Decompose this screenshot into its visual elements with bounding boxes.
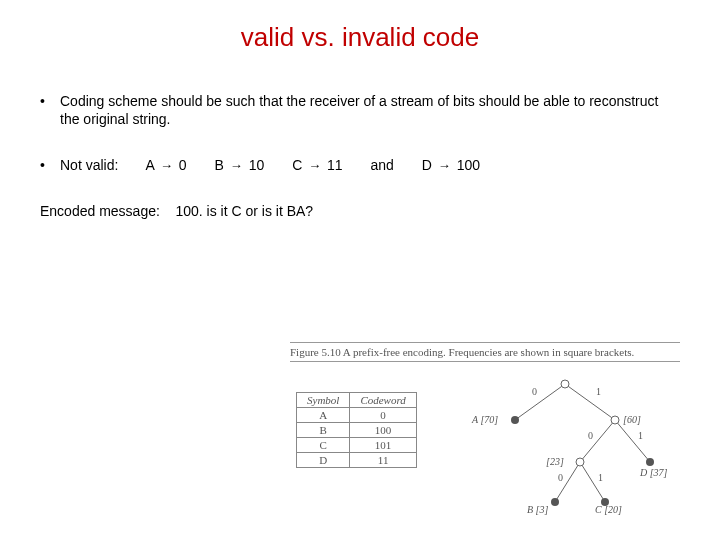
svg-point-7 (511, 416, 519, 424)
mapping-d: D → 100 (422, 157, 480, 173)
bullet-intro: Coding scheme should be such that the re… (40, 93, 680, 129)
codeword-table: Symbol Codeword A0 B100 C101 D11 (296, 392, 417, 468)
leaf-label-d: D [37] (640, 467, 668, 478)
leaf-label-c: C [20] (595, 504, 622, 515)
arrow-icon: → (436, 158, 453, 175)
encoded-message-line: Encoded message: 100. is it C or is it B… (40, 203, 680, 219)
svg-point-6 (561, 380, 569, 388)
bullet-not-valid: Not valid: A → 0 B → 10 C → 11 and (40, 157, 680, 175)
mapping-b: B → 10 (215, 157, 269, 173)
figure-caption: Figure 5.10 A prefix-free encoding. Freq… (290, 342, 680, 362)
internal-label-60: [60] (623, 414, 641, 425)
arrow-icon: → (158, 158, 175, 175)
table-header-row: Symbol Codeword (297, 393, 417, 408)
bullet-list: Coding scheme should be such that the re… (40, 93, 680, 175)
svg-point-8 (611, 416, 619, 424)
edge-label: 0 (532, 386, 537, 397)
table-row: D11 (297, 453, 417, 468)
and-label: and (371, 157, 394, 173)
edge-label: 1 (598, 472, 603, 483)
svg-line-2 (580, 420, 615, 462)
internal-label-23: [23] (546, 456, 564, 467)
tree-svg (460, 372, 670, 522)
encoded-prefix: Encoded message: (40, 203, 160, 219)
table-row: C101 (297, 438, 417, 453)
prefix-tree: 0 1 0 1 0 1 A [70] [60] [23] D [37] B [3… (460, 372, 670, 522)
figure-5-10: Figure 5.10 A prefix-free encoding. Freq… (290, 342, 680, 522)
edge-label: 0 (588, 430, 593, 441)
edge-label: 1 (596, 386, 601, 397)
table-row: A0 (297, 408, 417, 423)
leaf-label-a: A [70] (472, 414, 498, 425)
table-row: B100 (297, 423, 417, 438)
svg-point-10 (646, 458, 654, 466)
svg-point-11 (551, 498, 559, 506)
mapping-c: C → 11 (292, 157, 346, 173)
svg-line-3 (615, 420, 650, 462)
svg-line-1 (565, 384, 615, 420)
arrow-icon: → (228, 158, 245, 175)
encoded-text: 100. is it C or is it BA? (175, 203, 313, 219)
edge-label: 0 (558, 472, 563, 483)
edge-label: 1 (638, 430, 643, 441)
svg-line-0 (515, 384, 565, 420)
leaf-label-b: B [3] (527, 504, 548, 515)
mapping-a: A → 0 (145, 157, 190, 173)
svg-point-9 (576, 458, 584, 466)
arrow-icon: → (306, 158, 323, 175)
not-valid-label: Not valid: (60, 157, 118, 173)
slide-title: valid vs. invalid code (0, 22, 720, 53)
